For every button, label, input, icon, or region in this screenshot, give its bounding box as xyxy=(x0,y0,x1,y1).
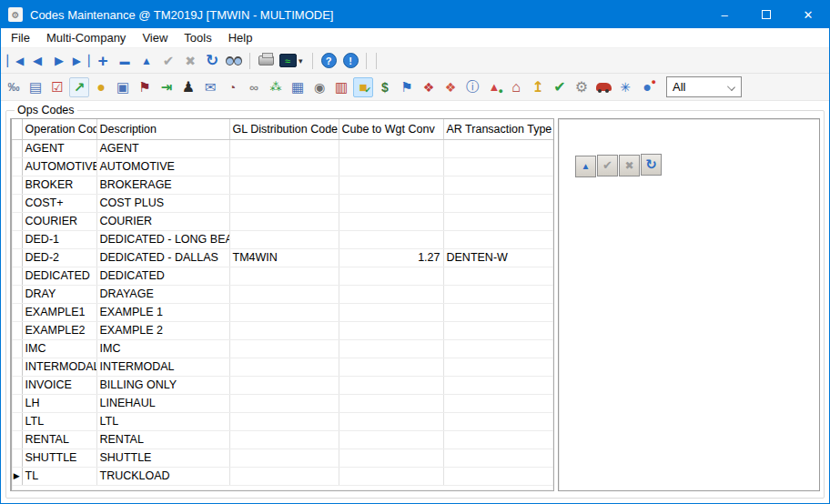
maroon-flag-icon[interactable]: ⚑ xyxy=(135,77,155,97)
table-row[interactable]: COURIERCOURIER xyxy=(12,212,553,230)
chevron-down-icon[interactable] xyxy=(727,83,735,91)
table-cell[interactable] xyxy=(339,194,443,212)
minimize-button[interactable]: – xyxy=(703,1,745,28)
table-cell[interactable] xyxy=(229,339,339,358)
table-cell[interactable] xyxy=(339,321,443,339)
table-cell[interactable]: SHUTTLE xyxy=(22,449,96,467)
chart-icon[interactable]: ↗ xyxy=(69,77,89,97)
table-cell[interactable] xyxy=(339,176,443,194)
table-cell[interactable]: AUTOMOTIVE xyxy=(22,157,96,176)
globe-pin-icon[interactable]: ●● xyxy=(637,77,657,97)
gauge-icon[interactable]: ◔ xyxy=(222,77,242,97)
table-row[interactable]: DED-1DEDICATED - LONG BEACH xyxy=(12,230,553,248)
table-cell[interactable] xyxy=(339,212,443,230)
blue-flag-icon[interactable]: ⚑ xyxy=(397,77,417,97)
tree-nodes-icon[interactable]: ⁂ xyxy=(266,77,286,97)
table-cell[interactable] xyxy=(229,157,339,176)
table-cell[interactable]: DEDICATED - DALLAS xyxy=(96,248,229,267)
table-cell[interactable]: IMC xyxy=(22,339,96,358)
table-cell[interactable]: EXAMPLE1 xyxy=(22,303,96,321)
table-cell[interactable] xyxy=(443,139,553,157)
link-icon[interactable]: ∞ xyxy=(244,77,264,97)
table-cell[interactable] xyxy=(229,176,339,194)
table-cell[interactable] xyxy=(229,212,339,230)
table-cell[interactable] xyxy=(229,358,339,376)
table-cell[interactable]: IMC xyxy=(96,339,229,358)
detail-post-edit-button[interactable]: ✔ xyxy=(597,155,618,176)
menu-multi-company[interactable]: Multi-Company xyxy=(38,29,134,46)
copy-check-icon[interactable]: ▣ xyxy=(113,77,133,97)
table-cell[interactable] xyxy=(229,394,339,412)
truck-icon[interactable]: ▥ xyxy=(331,77,351,97)
table-row[interactable]: COST+COST PLUS xyxy=(12,194,553,212)
mail-check-icon[interactable]: ✉ xyxy=(200,77,220,97)
gold-sphere-icon[interactable]: ● xyxy=(91,77,111,97)
table-row[interactable]: ▶TLTRUCKLOAD xyxy=(12,467,553,485)
signpost-icon[interactable]: ↥ xyxy=(528,77,548,97)
column-header-operation-code[interactable]: Operation Code xyxy=(22,119,96,139)
table-cell[interactable] xyxy=(443,176,553,194)
print-icon[interactable] xyxy=(255,51,277,71)
column-header-gl-distribution-code[interactable]: GL Distribution Code xyxy=(229,119,339,139)
search-binoculars-icon[interactable] xyxy=(223,51,245,71)
table-cell[interactable] xyxy=(443,303,553,321)
table-cell[interactable] xyxy=(443,394,553,412)
column-header-description[interactable]: Description xyxy=(96,119,229,139)
table-cell[interactable]: BROKER xyxy=(22,176,96,194)
table-cell[interactable] xyxy=(443,449,553,467)
table-cell[interactable] xyxy=(229,303,339,321)
table-cell[interactable]: LH xyxy=(22,394,96,412)
menu-tools[interactable]: Tools xyxy=(176,29,219,46)
calendar-icon[interactable]: ▦ xyxy=(288,77,308,97)
table-cell[interactable]: TM4WIN xyxy=(229,248,339,267)
table-cell[interactable] xyxy=(339,412,443,430)
table-cell[interactable] xyxy=(229,449,339,467)
table-cell[interactable] xyxy=(339,376,443,394)
table-cell[interactable]: DEDICATED xyxy=(96,267,229,285)
table-row[interactable]: DEDICATEDDEDICATED xyxy=(12,267,553,285)
column-header-cube-to-wgt-conv[interactable]: Cube to Wgt Conv xyxy=(339,119,443,139)
table-cell[interactable]: DRAYAGE xyxy=(96,285,229,303)
table-cell[interactable]: DEDICATED - LONG BEACH xyxy=(96,230,229,248)
table-cell[interactable]: COURIER xyxy=(96,212,229,230)
ops-codes-cube-icon[interactable]: ■✔ xyxy=(353,77,373,97)
table-cell[interactable] xyxy=(339,430,443,449)
table-cell[interactable]: TRUCKLOAD xyxy=(96,467,229,485)
table-cell[interactable]: COURIER xyxy=(22,212,96,230)
table-cell[interactable] xyxy=(443,230,553,248)
report-icon[interactable]: ▤ xyxy=(25,77,46,97)
table-cell[interactable]: DED-1 xyxy=(22,230,96,248)
table-cell[interactable] xyxy=(443,267,553,285)
table-cell[interactable]: INTERMODAL xyxy=(22,358,96,376)
shapes-icon[interactable]: ▲● xyxy=(484,77,504,97)
table-cell[interactable] xyxy=(339,139,443,157)
invoice-icon[interactable]: $ xyxy=(375,77,395,97)
terminal-monitor-icon[interactable]: ≈ xyxy=(277,51,299,71)
menu-help[interactable]: Help xyxy=(220,29,261,46)
network-x-icon[interactable]: ❖ xyxy=(419,77,439,97)
table-cell[interactable] xyxy=(339,230,443,248)
about-icon[interactable]: ! xyxy=(339,51,361,71)
table-cell[interactable]: SHUTTLE xyxy=(96,449,229,467)
table-cell[interactable] xyxy=(339,358,443,376)
next-record-icon[interactable]: ▶ xyxy=(48,51,70,71)
table-cell[interactable]: AGENT xyxy=(22,139,96,157)
table-cell[interactable] xyxy=(229,285,339,303)
table-cell[interactable] xyxy=(443,212,553,230)
table-cell[interactable] xyxy=(443,412,553,430)
table-cell[interactable] xyxy=(339,267,443,285)
table-cell[interactable] xyxy=(339,157,443,176)
column-header-ar-transaction-type[interactable]: AR Transaction Type xyxy=(443,119,553,139)
table-cell[interactable] xyxy=(443,339,553,358)
previous-record-icon[interactable]: ◀ xyxy=(26,51,48,71)
table-row[interactable]: IMCIMC xyxy=(12,339,553,358)
refresh-icon[interactable]: ↻ xyxy=(201,51,223,71)
table-cell[interactable] xyxy=(443,376,553,394)
checklist-icon[interactable]: ☑ xyxy=(47,77,67,97)
table-cell[interactable]: DED-2 xyxy=(22,248,96,267)
delete-record-icon[interactable]: ▬ xyxy=(114,51,136,71)
help-icon[interactable]: ? xyxy=(318,51,339,71)
first-record-icon[interactable]: ▏◀ xyxy=(5,51,26,71)
car-icon[interactable] xyxy=(593,77,613,97)
table-row[interactable]: SHUTTLESHUTTLE xyxy=(12,449,553,467)
